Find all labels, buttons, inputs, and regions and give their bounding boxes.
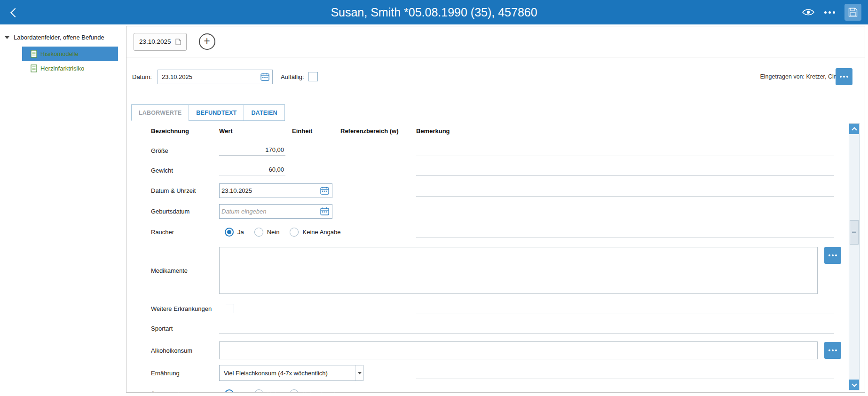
dropdown-arrow[interactable] <box>355 365 363 380</box>
radio-ja[interactable] <box>225 228 234 237</box>
datum-label: Datum: <box>132 73 152 80</box>
raucher-radio-group: Ja Nein Keine Angabe <box>225 228 351 237</box>
row-label: Größe <box>151 147 219 154</box>
datum-field <box>158 70 273 84</box>
eye-button[interactable] <box>802 8 815 16</box>
radio-ja[interactable] <box>225 389 234 393</box>
chevron-down-icon <box>358 372 362 374</box>
sidebar-item-risikomodelle[interactable]: Risikomodelle <box>22 47 118 61</box>
table-row-ueberstunden: Überstunden Ja Nein Keine Angabe <box>151 383 834 393</box>
bemerkung-field[interactable] <box>416 156 834 156</box>
grip-icon <box>852 231 856 231</box>
ellipsis-icon <box>840 76 848 78</box>
calendar-icon <box>260 72 269 81</box>
radio-keine-angabe[interactable] <box>290 228 299 237</box>
tab-laborwerte[interactable]: LABORWERTE <box>131 104 189 121</box>
add-record-button[interactable]: + <box>199 33 215 50</box>
bemerkung-field[interactable] <box>416 175 834 176</box>
alkoholkonsum-more-button[interactable] <box>824 342 841 359</box>
floppy-disk-icon <box>848 8 858 17</box>
ernaehrung-selected-value: Viel Fleischkonsum (4-7x wöchentlich) <box>224 370 328 377</box>
table-row-raucher: Raucher Ja Nein Keine Angabe <box>151 222 834 242</box>
eye-icon <box>802 8 815 16</box>
ernaehrung-select[interactable]: Viel Fleischkonsum (4-7x wöchentlich) <box>219 365 363 381</box>
datum-uhrzeit-field <box>219 183 332 198</box>
back-button[interactable] <box>8 7 20 19</box>
datum-input[interactable] <box>160 73 259 80</box>
medikamente-textarea[interactable] <box>220 247 817 293</box>
bemerkung-field[interactable] <box>416 379 834 379</box>
auffaellig-checkbox[interactable] <box>308 72 318 81</box>
medikamente-field <box>219 247 818 294</box>
ellipsis-icon <box>824 11 835 14</box>
scroll-up-button[interactable] <box>849 124 859 134</box>
calendar-button[interactable] <box>318 207 332 215</box>
plus-icon: + <box>204 36 210 47</box>
record-more-button[interactable] <box>836 68 852 85</box>
chevron-left-icon <box>10 8 20 17</box>
auffaellig-label: Auffällig: <box>281 73 304 80</box>
row-label: Alkoholkonsum <box>151 347 219 354</box>
tree-root-labordatenfelder[interactable]: Labordatenfelder, offene Befunde <box>0 24 126 47</box>
document-icon <box>31 50 37 58</box>
row-label: Ernährung <box>151 370 219 377</box>
page-icon <box>175 39 181 45</box>
save-button[interactable] <box>844 4 861 21</box>
collapse-arrow-icon <box>5 36 9 39</box>
datum-uhrzeit-input[interactable] <box>220 187 318 194</box>
bemerkung-field[interactable] <box>416 238 834 238</box>
sidebar: Labordatenfelder, offene Befunde Risikom… <box>0 24 126 396</box>
bemerkung-field[interactable] <box>416 196 834 197</box>
col-header-referenzbereich: Referenzbereich (w) <box>340 127 416 135</box>
col-header-einheit: Einheit <box>292 127 340 135</box>
sportart-field[interactable] <box>219 333 834 334</box>
alkoholkonsum-input[interactable] <box>220 342 817 359</box>
col-header-wert: Wert <box>219 127 292 135</box>
groesse-value-field[interactable]: 170,00 <box>219 145 285 156</box>
ueberstunden-radio-group: Ja Nein Keine Angabe <box>225 389 351 393</box>
calendar-button[interactable] <box>318 186 332 195</box>
scroll-down-button[interactable] <box>849 380 859 390</box>
weitere-erkrankungen-checkbox[interactable] <box>225 304 234 313</box>
ellipsis-icon <box>829 254 837 256</box>
table-row-alkoholkonsum: Alkoholkonsum <box>151 338 834 363</box>
row-label: Sportart <box>151 325 219 332</box>
sidebar-item-label: Herzinfarktrisiko <box>40 65 84 72</box>
table-row-geburtsdatum: Geburtsdatum <box>151 201 834 222</box>
bemerkung-field[interactable] <box>416 314 834 314</box>
vertical-scrollbar[interactable] <box>849 123 860 390</box>
row-label: Gewicht <box>151 167 219 174</box>
row-label: Medikamente <box>151 267 219 274</box>
more-menu-button[interactable] <box>824 11 835 14</box>
row-label: Datum & Uhrzeit <box>151 187 219 194</box>
alkoholkonsum-field <box>219 341 818 359</box>
ellipsis-icon <box>829 349 837 351</box>
scrollbar-thumb[interactable] <box>850 220 859 245</box>
title-bar: Susan, Smith *05.08.1990 (35), 457860 <box>0 0 868 24</box>
row-label: Raucher <box>151 229 219 236</box>
record-header-row: Datum: Auffällig: Eingetragen von: Kretz… <box>126 68 865 86</box>
table-row-sportart: Sportart <box>151 318 834 338</box>
tab-strip: LABORWERTE BEFUNDTEXT DATEIEN <box>131 104 865 121</box>
tab-dateien[interactable]: DATEIEN <box>244 104 284 121</box>
chevron-down-icon <box>852 381 857 387</box>
row-label: Weitere Erkrankungen <box>151 305 219 312</box>
tree-root-label: Labordatenfelder, offene Befunde <box>14 34 104 41</box>
radio-nein[interactable] <box>254 389 263 393</box>
medikamente-more-button[interactable] <box>824 247 841 264</box>
col-header-bemerkung: Bemerkung <box>416 127 834 135</box>
tab-befundtext[interactable]: BEFUNDTEXT <box>189 104 244 121</box>
record-date-label: 23.10.2025 <box>139 38 171 45</box>
radio-nein[interactable] <box>254 228 263 237</box>
calendar-icon <box>320 186 329 195</box>
table-row-groesse: Größe 170,00 <box>151 141 834 160</box>
record-date-tab[interactable]: 23.10.2025 <box>134 33 187 51</box>
table-row-datum-uhrzeit: Datum & Uhrzeit <box>151 180 834 201</box>
calendar-button[interactable] <box>259 72 272 81</box>
geburtsdatum-input[interactable] <box>220 208 318 215</box>
chevron-up-icon <box>852 127 857 132</box>
radio-keine-angabe[interactable] <box>290 389 299 393</box>
gewicht-value-field[interactable]: 60,00 <box>219 165 285 175</box>
document-icon <box>31 64 37 72</box>
sidebar-item-herzinfarktrisiko[interactable]: Herzinfarktrisiko <box>22 61 118 76</box>
